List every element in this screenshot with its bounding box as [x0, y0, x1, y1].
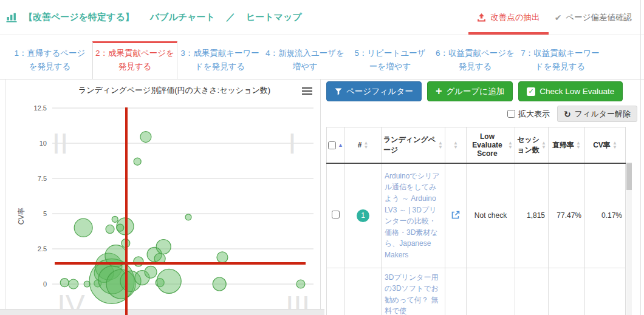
header-sessions[interactable]: セッション数▲▼: [515, 127, 549, 164]
svg-text:2.5: 2.5: [38, 245, 47, 252]
app-header: 【改善ページを特定する】 バブルチャート ／ ヒートマップ 改善点の抽出 ✔ ペ…: [0, 0, 644, 35]
tab-3-contributing-keywords[interactable]: 3：成果貢献キーワードを発見する: [177, 41, 262, 80]
header-num-label: #: [358, 141, 362, 149]
svg-text:II: II: [52, 127, 69, 160]
page-filter-button[interactable]: ページフィルター: [326, 81, 422, 101]
header-low-evaluate-score[interactable]: Low Evaluate Score▲▼: [467, 127, 515, 164]
header-num[interactable]: #▲▼: [345, 127, 382, 164]
header-score-label: Low Evaluate Score: [468, 132, 506, 158]
horizontal-scrollbar[interactable]: [0, 309, 324, 315]
svg-text:10: 10: [39, 140, 47, 147]
results-panel: ページフィルター + グループに追加 ✓ Check Low Evaluate …: [326, 79, 637, 315]
score-cell: [467, 268, 515, 315]
tab-2-contributing-pages[interactable]: 2：成果貢献ページを発見する: [92, 41, 177, 80]
table-row: 1 Arduinoでシリアル通信をしてみよう ～ Arduino LV3 ～ |…: [327, 163, 626, 268]
header-bounce-rate[interactable]: 直帰率▲▼: [549, 127, 585, 164]
title-heatmap: ヒートマップ: [246, 12, 302, 23]
panel-right-border: [640, 0, 641, 315]
funnel-icon: [335, 88, 342, 95]
tab-7-revenue-keywords[interactable]: 7：収益貢献キーワードを発見する: [518, 41, 603, 80]
cv-cell: 0.17%: [585, 163, 626, 268]
checkmark-icon: ✔: [555, 13, 562, 22]
landing-page-link[interactable]: Arduinoでシリアル通信をしてみよう ～ Arduino LV3 ～ | 3…: [385, 171, 442, 261]
landing-pages-table: ▲ #▲▼ ランディングページ▲▼ ▲▼ Low Evaluate Score▲…: [326, 127, 626, 315]
check-low-evaluate-button[interactable]: ✓ Check Low Evaluate: [518, 81, 623, 101]
header-cv-rate[interactable]: CV率▲▼: [585, 127, 626, 164]
svg-text:I: I: [288, 127, 296, 160]
app-page: 【改善ページを特定する】 バブルチャート ／ ヒートマップ 改善点の抽出 ✔ ペ…: [0, 0, 644, 315]
svg-text:CV率: CV率: [17, 208, 26, 225]
svg-text:0: 0: [43, 280, 47, 288]
expand-view-label: 拡大表示: [518, 109, 550, 120]
rank-badge: 1: [357, 209, 369, 222]
header-link[interactable]: ▲▼: [445, 127, 467, 164]
svg-text:12.5: 12.5: [34, 104, 47, 112]
plus-icon: +: [436, 86, 442, 97]
tab-6-revenue-pages[interactable]: 6：収益貢献ページを発見する: [433, 41, 518, 80]
table-row: 3Dプリンター用の3Dソフトでお勧めって何？ 無料で使: [327, 268, 626, 315]
sort-asc-icon: ▲: [338, 143, 343, 148]
svg-text:7.5: 7.5: [38, 175, 47, 182]
page-deviation-label: ページ偏差値確認: [566, 12, 632, 23]
header-bounce-label: 直帰率: [552, 140, 574, 151]
cv-cell: [585, 268, 626, 315]
tab-5-repeat-users[interactable]: 5：リピートユーザーを増やす: [348, 41, 433, 80]
clear-filter-label: フィルター解除: [575, 109, 631, 120]
checkbox-check-icon: ✓: [527, 87, 535, 96]
refresh-icon: ↻: [564, 109, 571, 119]
bubble-chart-panel: 02.557.51012.5CV率IIIIVIII ランディングページ別評価(円…: [5, 79, 321, 315]
hamburger-menu-icon[interactable]: [302, 86, 312, 97]
row-checkbox[interactable]: [332, 211, 340, 218]
sort-icon: ▲▼: [612, 141, 617, 149]
header-select-all[interactable]: ▲: [327, 127, 345, 164]
score-cell: Not check: [467, 163, 515, 268]
bubble-chart-canvas[interactable]: 02.557.51012.5CV率IIIIVIII: [5, 80, 320, 315]
title-section: 【改善ページを特定する】: [24, 12, 134, 23]
sort-icon: ▲▼: [363, 141, 368, 149]
header-landing-label: ランディングページ: [383, 135, 436, 155]
svg-text:5: 5: [43, 210, 47, 217]
sort-icon: ▲▼: [438, 141, 443, 149]
expand-view-checkbox[interactable]: [507, 110, 515, 118]
header-spacer: [302, 0, 470, 35]
bounce-cell: 77.47%: [549, 163, 585, 268]
table-scrollbar-thumb[interactable]: [626, 163, 632, 190]
sort-icon: ▲▼: [541, 141, 546, 149]
action-button-row: ページフィルター + グループに追加 ✓ Check Low Evaluate: [326, 81, 637, 101]
extract-improvements-label: 改善点の抽出: [490, 12, 540, 23]
crosshair-vertical-line: [125, 107, 128, 315]
page-title: 【改善ページを特定する】 バブルチャート ／ ヒートマップ: [24, 12, 302, 23]
sort-icon: ▲▼: [508, 141, 513, 149]
header-landing-page[interactable]: ランディングページ▲▼: [382, 127, 445, 164]
landing-page-link[interactable]: 3Dプリンター用の3Dソフトでお勧めって何？ 無料で使: [385, 272, 442, 315]
table-scrollbar-track[interactable]: [626, 162, 632, 315]
extract-improvements-nav[interactable]: 改善点の抽出: [470, 0, 547, 35]
select-all-checkbox[interactable]: [328, 141, 336, 149]
bounce-cell: [549, 268, 585, 315]
table-options-row: 拡大表示 ↻ フィルター解除: [326, 106, 637, 122]
table-header-row: ▲ #▲▼ ランディングページ▲▼ ▲▼ Low Evaluate Score▲…: [327, 127, 626, 164]
crosshair-horizontal-line: [55, 262, 306, 265]
expand-view-toggle[interactable]: 拡大表示: [507, 109, 550, 120]
tab-1-bounce-pages[interactable]: 1：直帰するページを発見する: [7, 41, 92, 80]
title-bubble-chart: バブルチャート: [150, 12, 215, 23]
clear-filter-button[interactable]: ↻ フィルター解除: [557, 106, 637, 122]
header-sessions-label: セッション数: [517, 135, 540, 155]
sort-icon: ▲▼: [576, 141, 581, 149]
add-to-group-button[interactable]: + グループに追加: [427, 81, 513, 101]
sort-icon: ▲▼: [453, 141, 458, 149]
chart-title: ランディングページ別評価(円の大きさ:セッション数): [33, 85, 315, 96]
sessions-cell: [515, 268, 549, 315]
header-cv-label: CV率: [593, 140, 611, 151]
tab-bar: 1：直帰するページを発見する 2：成果貢献ページを発見する 3：成果貢献キーワー…: [0, 41, 644, 80]
bar-chart-icon: [6, 12, 18, 22]
page-title-group: 【改善ページを特定する】 バブルチャート ／ ヒートマップ: [6, 0, 302, 35]
tab-4-new-users[interactable]: 4：新規流入ユーザを増やす: [262, 41, 348, 80]
page-deviation-nav[interactable]: ✔ ページ偏差値確認: [547, 0, 639, 35]
sessions-cell: 1,815: [515, 163, 549, 268]
external-link-icon[interactable]: [451, 210, 461, 220]
upload-icon: [477, 13, 486, 22]
page-filter-label: ページフィルター: [346, 86, 413, 97]
add-to-group-label: グループに追加: [446, 86, 504, 97]
title-separator: ／: [226, 12, 235, 23]
